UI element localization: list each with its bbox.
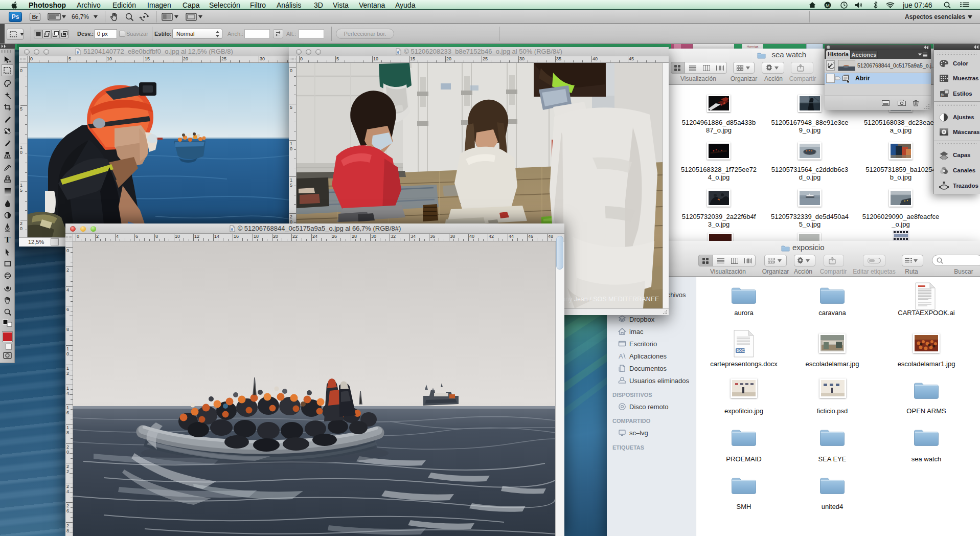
svg-text:T: T (5, 235, 11, 244)
svg-text:fx: fx (941, 92, 944, 97)
svg-text:M: M (826, 3, 830, 8)
svg-text:A: A (619, 352, 623, 360)
svg-text:DOCX: DOCX (737, 349, 746, 352)
svg-text:ony Jean / SOS MEDITERRANEE: ony Jean / SOS MEDITERRANEE (562, 296, 659, 303)
